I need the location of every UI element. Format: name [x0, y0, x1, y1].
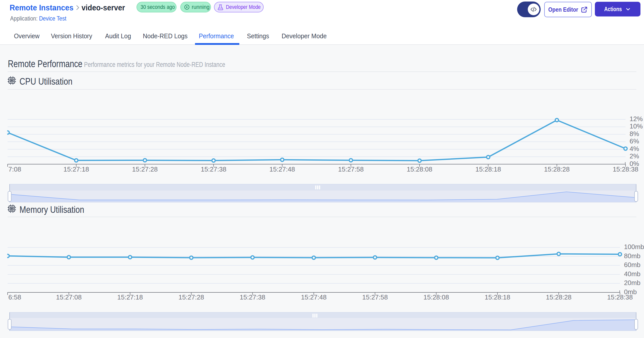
svg-text:60mb: 60mb — [624, 261, 640, 269]
svg-text:12%: 12% — [630, 115, 643, 123]
svg-text:10%: 10% — [630, 122, 643, 130]
svg-text:15:27:38: 15:27:38 — [240, 293, 265, 301]
svg-text:15:28:38: 15:28:38 — [607, 293, 633, 301]
svg-text:15:27:18: 15:27:18 — [63, 165, 89, 173]
svg-text:15:27:08: 15:27:08 — [56, 293, 82, 301]
svg-text:15:28:28: 15:28:28 — [544, 165, 570, 173]
svg-text:15:27:28: 15:27:28 — [132, 165, 158, 173]
svg-text:15:28:38: 15:28:38 — [613, 165, 638, 173]
svg-text:15:27:58: 15:27:58 — [338, 165, 364, 173]
svg-text:15:28:08: 15:28:08 — [407, 165, 432, 173]
svg-text:15:28:28: 15:28:28 — [546, 293, 572, 301]
svg-text:15:27:48: 15:27:48 — [301, 293, 326, 301]
svg-text:15:28:18: 15:28:18 — [475, 165, 501, 173]
svg-text:7:08: 7:08 — [8, 165, 21, 173]
svg-text:8%: 8% — [630, 130, 639, 138]
svg-text:15:27:38: 15:27:38 — [201, 165, 226, 173]
svg-text:20mb: 20mb — [624, 279, 640, 287]
svg-text:15:28:18: 15:28:18 — [485, 293, 510, 301]
svg-text:80mb: 80mb — [624, 252, 640, 260]
svg-text:40mb: 40mb — [624, 270, 640, 278]
svg-text:15:28:08: 15:28:08 — [423, 293, 449, 301]
svg-text:15:27:58: 15:27:58 — [362, 293, 388, 301]
svg-text:6:58: 6:58 — [8, 293, 21, 301]
svg-text:15:27:18: 15:27:18 — [117, 293, 143, 301]
svg-text:15:27:28: 15:27:28 — [179, 293, 204, 301]
svg-text:15:27:48: 15:27:48 — [269, 165, 295, 173]
svg-text:4%: 4% — [630, 145, 639, 153]
svg-text:100mb: 100mb — [624, 243, 644, 251]
svg-text:6%: 6% — [630, 137, 639, 145]
svg-text:2%: 2% — [630, 152, 639, 160]
